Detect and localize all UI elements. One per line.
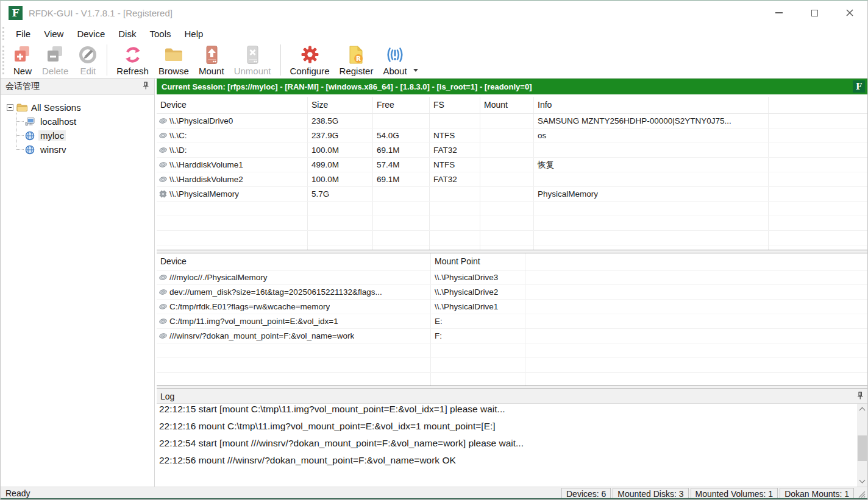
log-scrollbar[interactable] (857, 404, 867, 487)
pin-icon[interactable] (856, 392, 864, 401)
close-icon (845, 9, 854, 17)
table-row[interactable]: \\.\D: 100.0M 69.1M FAT32 (157, 143, 867, 158)
window-title: RFDK-GUI - V1.7.8.1 - [Registered] (29, 8, 173, 18)
table-row[interactable]: ///winsrv/?dokan_mount_point=F:&vol_name… (157, 329, 867, 343)
globe-icon (25, 145, 35, 155)
column-header[interactable]: Mount (480, 97, 534, 113)
table-row[interactable]: \\.\HarddiskVolume1 499.0M 57.4M NTFS 恢复 (157, 158, 867, 172)
table-row[interactable]: ///myloc//./PhysicalMemory \\.\PhysicalD… (157, 270, 867, 285)
content-area: Current Session: [rfps://myloc] - [RAN-M… (157, 79, 867, 487)
cell-device: C:/tmp/rfdk.E01?flags=rw&wcache=memory (169, 300, 330, 314)
scroll-up-arrow-icon[interactable] (857, 404, 867, 414)
cell-fs (430, 187, 480, 201)
new-icon (13, 44, 32, 66)
cell-info: 恢复 (534, 158, 769, 172)
tree-collapse-toggle[interactable] (7, 104, 13, 111)
cell-free (373, 187, 430, 201)
menu-file[interactable]: File (9, 29, 37, 39)
empty-row (157, 343, 867, 358)
column-header[interactable]: Mount Point (431, 253, 525, 270)
tree-node-label: All Sessions (31, 102, 81, 113)
mount-button[interactable]: Mount (194, 43, 229, 78)
close-button[interactable] (832, 1, 867, 25)
edit-button[interactable]: Edit (73, 43, 102, 78)
delete-button[interactable]: Delete (37, 43, 73, 78)
status-mounted-volumes: Mounted Volumes: 1 (691, 488, 778, 499)
refresh-icon (123, 44, 143, 66)
browse-button[interactable]: Browse (154, 43, 194, 78)
cell-fs: NTFS (430, 158, 480, 172)
menu-disk[interactable]: Disk (112, 29, 143, 39)
cell-free: 69.1M (373, 143, 430, 157)
cell-info: PhysicalMemory (534, 187, 769, 201)
cell-device: \\.\HarddiskVolume2 (169, 173, 243, 186)
new-button[interactable]: New (8, 43, 37, 78)
maximize-icon (811, 10, 818, 16)
menu-tools[interactable]: Tools (143, 29, 177, 39)
sidebar-title: 会话管理 (5, 81, 40, 92)
resize-grip-icon[interactable] (857, 488, 866, 498)
cell-device: \\.\HarddiskVolume1 (169, 158, 243, 172)
minimize-button[interactable] (761, 1, 797, 25)
toolbar-separator (107, 44, 107, 76)
column-header[interactable]: FS (430, 97, 480, 113)
cell-size: 100.0M (308, 172, 373, 186)
column-header[interactable]: Info (534, 97, 769, 113)
table-row[interactable]: dev://umem_disk?size=16t&tag=20250615221… (157, 285, 867, 300)
cell-mount-point: E: (431, 314, 525, 328)
unmount-button[interactable]: Unmount (229, 43, 276, 78)
menu-device[interactable]: Device (70, 29, 112, 39)
column-header[interactable]: Size (308, 97, 373, 113)
cell-mount (480, 143, 534, 157)
log-output[interactable]: 22:12:15 start [mount C:\tmp\11.img?vol_… (157, 404, 857, 487)
table-row[interactable]: \\.\HarddiskVolume2 100.0M 69.1M FAT32 (157, 172, 867, 187)
tree-node-localhost[interactable]: localhost (16, 114, 154, 129)
session-badge-icon: F (853, 80, 865, 93)
empty-row (157, 245, 867, 250)
cell-fs (430, 114, 480, 128)
table-row[interactable]: \\.\PhysicalMemory 5.7G PhysicalMemory (157, 187, 867, 202)
scrollbar-thumb[interactable] (858, 435, 867, 461)
column-header[interactable]: Device (157, 253, 431, 270)
table-row[interactable]: \\.\PhysicalDrive0 238.5G SAMSUNG MZNTY2… (157, 114, 867, 129)
disk-icon (159, 161, 167, 169)
status-bar: Ready Devices: 6 Mounted Disks: 3 Mounte… (1, 487, 867, 499)
refresh-button[interactable]: Refresh (112, 43, 154, 78)
cell-device: dev://umem_disk?size=16t&tag=20250615221… (169, 286, 382, 299)
scroll-down-arrow-icon[interactable] (857, 476, 867, 487)
table-row[interactable]: C:/tmp/11.img?vol_mount_point=E:&vol_idx… (157, 314, 867, 329)
session-sidebar: 会话管理 All Sessions localhost myloc (1, 79, 155, 487)
cell-mount (480, 114, 534, 128)
log-line: 22:12:16 mount C:\tmp\11.img?vol_mount_p… (159, 418, 857, 435)
toolbar-overflow-arrow[interactable] (413, 69, 418, 72)
column-header[interactable]: Device (157, 97, 308, 113)
cell-mount-point: \\.\PhysicalDrive3 (431, 270, 525, 284)
cell-info: SAMSUNG MZNTY256HDHP-00000|S2YTNY0J75... (534, 114, 769, 128)
device-table: Device Size Free FS Mount Info \\.\Physi… (157, 97, 867, 250)
menu-help[interactable]: Help (177, 29, 210, 39)
device-table-header: Device Size Free FS Mount Info (157, 97, 867, 114)
cell-device: ///winsrv/?dokan_mount_point=F:&vol_name… (169, 329, 354, 343)
column-header[interactable]: Free (373, 97, 430, 113)
cell-size: 5.7G (308, 187, 373, 201)
pin-icon[interactable] (142, 82, 149, 91)
status-dokan-mounts: Dokan Mounts: 1 (780, 488, 854, 499)
cell-free (373, 114, 430, 128)
toolbar-label: Unmount (234, 66, 271, 76)
about-button[interactable]: About (378, 43, 411, 78)
tree-node-all-sessions[interactable]: All Sessions (7, 100, 154, 114)
log-line: 22:12:56 mount ///winsrv/?dokan_mount_po… (159, 452, 857, 469)
table-row[interactable]: C:/tmp/rfdk.E01?flags=rw&wcache=memory \… (157, 300, 867, 314)
register-button[interactable]: R Register (335, 43, 379, 78)
maximize-button[interactable] (797, 1, 832, 25)
status-mounted-disks: Mounted Disks: 3 (613, 488, 688, 499)
mount-drive-icon (202, 44, 221, 66)
tree-node-myloc[interactable]: myloc (16, 129, 154, 143)
configure-button[interactable]: Configure (285, 43, 335, 78)
menu-view[interactable]: View (37, 29, 70, 39)
globe-icon (25, 131, 35, 141)
empty-row (157, 202, 867, 216)
minimize-icon (775, 12, 783, 13)
tree-node-winsrv[interactable]: winsrv (16, 143, 154, 157)
table-row[interactable]: \\.\C: 237.9G 54.0G NTFS os (157, 129, 867, 143)
